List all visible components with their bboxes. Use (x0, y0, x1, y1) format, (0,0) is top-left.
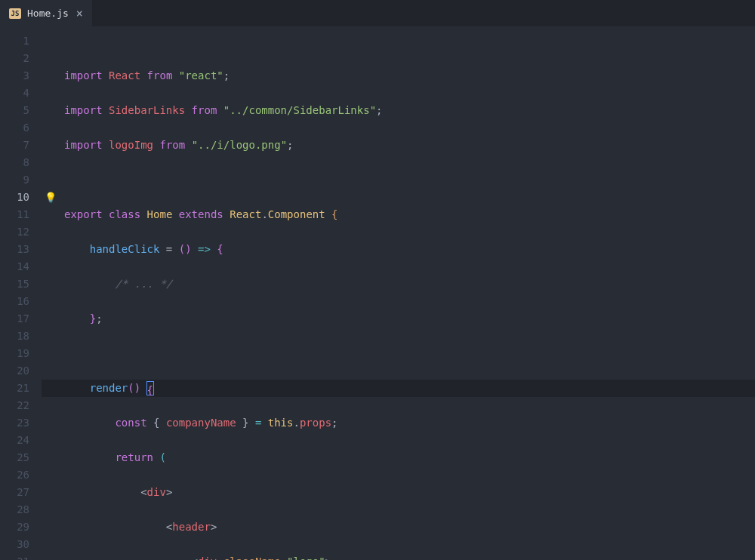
line-number: 12 (0, 223, 29, 241)
code-line[interactable]: return ( (64, 449, 755, 466)
line-number: 17 (0, 310, 29, 328)
line-number: 23 (0, 414, 29, 432)
tab-filename: Home.js (27, 8, 69, 19)
line-number: 5 (0, 102, 29, 119)
code-line[interactable]: /* ... */ (64, 275, 755, 293)
code-line[interactable]: const { companyName } = this.props; (64, 414, 755, 432)
code-line[interactable]: import SidebarLinks from "../common/Side… (64, 102, 755, 119)
code-line[interactable]: <div className="logo"> (64, 553, 755, 560)
javascript-icon: JS (9, 8, 21, 19)
tab-home-js[interactable]: JS Home.js × (0, 0, 93, 26)
line-number: 3 (0, 67, 29, 85)
line-number: 22 (0, 397, 29, 414)
line-number: 29 (0, 518, 29, 536)
code-line[interactable]: <header> (64, 518, 755, 536)
line-number: 25 (0, 449, 29, 466)
tab-bar: JS Home.js × (0, 0, 755, 26)
line-number: 28 (0, 501, 29, 518)
line-number: 1 (0, 32, 29, 50)
code-line[interactable]: }; (64, 310, 755, 328)
line-number-gutter: 💡 12345678910111213141516171819202122232… (0, 26, 42, 560)
line-number: 26 (0, 466, 29, 484)
line-number: 11 (0, 206, 29, 223)
code-line[interactable]: import logoImg from "../i/logo.png"; (64, 137, 755, 154)
line-number: 24 (0, 432, 29, 449)
code-line[interactable] (64, 345, 755, 362)
line-number: 14 (0, 258, 29, 275)
code-line-current[interactable]: render() { (42, 380, 755, 397)
line-number: 30 (0, 536, 29, 553)
code-line[interactable]: import React from "react"; (64, 67, 755, 85)
code-line[interactable]: <div> (64, 484, 755, 501)
code-line[interactable]: export class Home extends React.Componen… (64, 206, 755, 223)
line-number: 8 (0, 154, 29, 171)
line-number: 15 (0, 275, 29, 293)
code-line[interactable] (64, 171, 755, 189)
line-number: 13 (0, 241, 29, 258)
line-number: 9 (0, 171, 29, 189)
line-number: 16 (0, 293, 29, 310)
editor: 💡 12345678910111213141516171819202122232… (0, 26, 755, 560)
close-icon[interactable]: × (75, 7, 85, 20)
code-area[interactable]: import React from "react"; import Sideba… (42, 26, 755, 560)
line-number: 20 (0, 362, 29, 380)
line-number: 7 (0, 137, 29, 154)
code-line[interactable]: handleClick = () => { (64, 241, 755, 258)
line-number: 18 (0, 328, 29, 345)
line-number: 19 (0, 345, 29, 362)
line-number: 6 (0, 119, 29, 137)
line-number: 10 (0, 189, 29, 206)
line-number: 27 (0, 484, 29, 501)
line-number: 21 (0, 380, 29, 397)
line-number: 4 (0, 85, 29, 102)
line-number: 31 (0, 553, 29, 560)
line-number: 2 (0, 50, 29, 67)
